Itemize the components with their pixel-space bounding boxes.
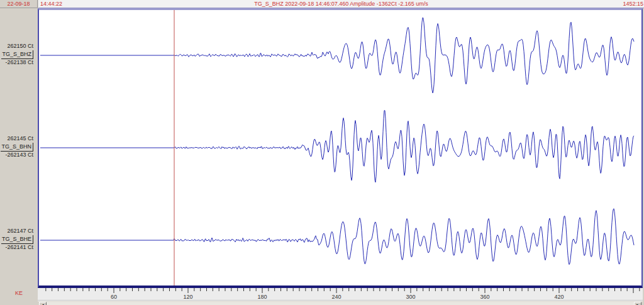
trace-2-min-counts: -262143 Ct — [0, 151, 33, 159]
window-end-time: 1452:15 — [623, 0, 643, 8]
time-axis-ruler: 60120180240300360420 — [38, 288, 643, 301]
seismogram-canvas[interactable] — [39, 10, 641, 286]
seismogram-trace-1 — [40, 18, 634, 93]
trace-1-channel-label[interactable]: TG_S_BHZ — [0, 50, 33, 58]
scrollbar-track[interactable] — [47, 302, 634, 305]
seismogram-trace-3 — [40, 209, 634, 265]
seismogram-trace-2 — [40, 111, 634, 182]
network-label: KE — [0, 290, 38, 296]
trace-3-channel-text: TG_S_BHE — [1, 235, 33, 244]
horizontal-scrollbar[interactable]: ◄ ► — [38, 301, 643, 305]
trace-1-min-counts: -262138 Ct — [0, 58, 33, 67]
trace-2-channel-text: TG_S_BHN — [1, 143, 33, 152]
seismogram-viewer-window: { "header": { "date": "22-09-18", "start… — [0, 0, 644, 305]
trace-3-channel-label[interactable]: TG_S_BHE — [0, 235, 33, 243]
trace-3-labels: 262147 Ct TG_S_BHE -262141 Ct — [0, 227, 37, 252]
trace-2-channel-label[interactable]: TG_S_BHN — [0, 143, 33, 151]
axis-tick-label: 120 — [183, 294, 192, 300]
trace-1-labels: 262150 Ct TG_S_BHZ -262138 Ct — [0, 42, 37, 67]
date-label: 22-09-18 — [0, 0, 38, 8]
trace-2-labels: 262145 Ct TG_S_BHN -262143 Ct — [0, 135, 37, 159]
axis-tick-label: 360 — [480, 294, 489, 300]
trace-1-channel-text: TG_S_BHZ — [1, 50, 33, 59]
time-axis-ticks: 60120180240300360420 — [38, 288, 643, 301]
trace-3-min-counts: -262141 Ct — [0, 243, 33, 252]
scroll-left-button[interactable]: ◄ — [39, 302, 47, 305]
axis-tick-label: 240 — [331, 294, 341, 300]
axis-tick-label: 300 — [406, 294, 415, 300]
scroll-right-button[interactable]: ► — [634, 302, 641, 305]
trace-3-max-counts: 262147 Ct — [0, 227, 33, 235]
axis-tick-label: 420 — [554, 294, 564, 300]
pick-info-title: TG_S_BHZ 2022-09-18 14:46:07.460 Amplitu… — [38, 0, 644, 8]
trace-2-max-counts: 262145 Ct — [0, 135, 33, 143]
axis-tick-label: 180 — [257, 294, 267, 300]
axis-tick-label: 60 — [111, 294, 117, 300]
waveform-plot-area[interactable] — [38, 8, 643, 288]
trace-1-max-counts: 262150 Ct — [0, 42, 33, 50]
title-band: 14:44:22 TG_S_BHZ 2022-09-18 14:46:07.46… — [38, 0, 644, 8]
